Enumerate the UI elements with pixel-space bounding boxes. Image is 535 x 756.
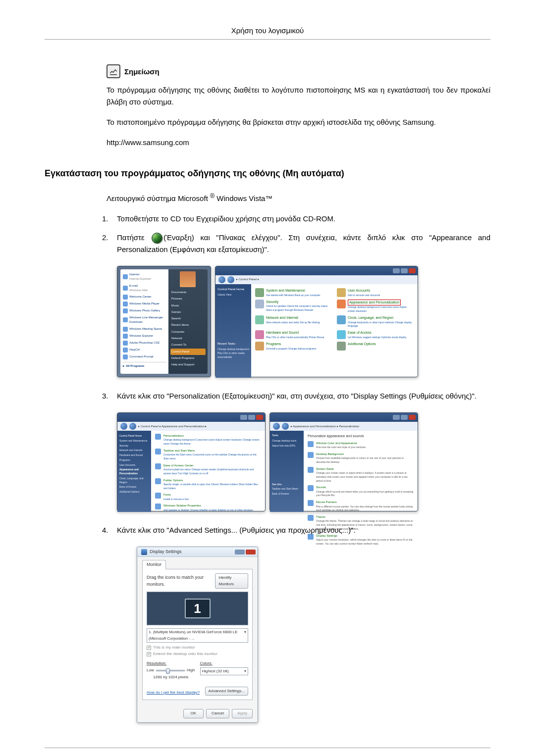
- back-icon[interactable]: [120, 423, 127, 430]
- close-button[interactable]: [409, 415, 416, 420]
- help-link[interactable]: How do I get the best display?: [147, 690, 200, 696]
- start-menu-right-item[interactable]: Music: [170, 302, 206, 309]
- start-menu-item[interactable]: E-mailWindows Mail: [122, 283, 166, 294]
- back-icon[interactable]: [273, 423, 280, 430]
- address-bar[interactable]: ▸ Control Panel ▸ Appearance and Persona…: [117, 422, 265, 431]
- cp-category[interactable]: Hardware and SoundPlay CDs or other medi…: [255, 330, 332, 340]
- start-menu-item[interactable]: InternetInternet Explorer: [122, 271, 166, 283]
- task-link[interactable]: Adjust font size (DPI): [272, 444, 302, 449]
- start-menu-right-item[interactable]: Computer: [170, 329, 206, 335]
- user-avatar: [180, 271, 196, 287]
- cp-category[interactable]: SecurityCheck for updates Check this com…: [255, 300, 332, 313]
- pers-category[interactable]: PersonalizationChange desktop background…: [155, 434, 261, 446]
- pers-category[interactable]: Taskbar and Start MenuCustomize the Star…: [155, 449, 261, 461]
- start-menu-item[interactable]: Windows Media Player: [122, 301, 166, 307]
- monitor-select[interactable]: 1. (Multiple Monitors) on NVIDIA GeForce…: [147, 628, 248, 643]
- maximize-button[interactable]: [248, 415, 255, 420]
- minimize-button[interactable]: [393, 415, 400, 420]
- start-menu-item[interactable]: Windows Meeting Space: [122, 326, 166, 333]
- cp-category[interactable]: Clock, Language, and RegionChange keyboa…: [337, 315, 414, 328]
- start-menu-item[interactable]: Adobe Photoshop CS2: [122, 340, 166, 347]
- address-bar[interactable]: ▸ Control Panel ▸: [215, 275, 418, 284]
- sidebar-link[interactable]: Additional Options: [119, 490, 149, 495]
- cp-category[interactable]: Ease of AccessLet Windows suggest settin…: [337, 330, 414, 340]
- start-menu-right-item[interactable]: Games: [170, 309, 206, 315]
- forward-icon[interactable]: [129, 423, 136, 430]
- sidebar-link[interactable]: Security: [119, 444, 149, 449]
- task-link[interactable]: Change desktop icons: [272, 439, 302, 444]
- ok-button[interactable]: OK: [183, 709, 204, 718]
- sidebar-link[interactable]: User Accounts: [119, 463, 149, 468]
- pers-category[interactable]: FontsInstall or remove a font: [155, 493, 261, 501]
- sidebar-link[interactable]: System and Maintenance: [119, 439, 149, 444]
- colors-select[interactable]: Highest (32 bit): [200, 667, 249, 675]
- forward-icon[interactable]: [227, 276, 234, 283]
- see-also-link[interactable]: Taskbar and Start Menu: [272, 487, 302, 492]
- cp-category[interactable]: User AccountsAdd or remove user accounts: [337, 288, 414, 298]
- address-bar[interactable]: ▸ Appearance and Personalization ▸ Perso…: [270, 422, 418, 431]
- sidebar-link[interactable]: Clock, Language, and Region: [119, 476, 149, 485]
- minimize-button[interactable]: [393, 268, 400, 273]
- start-menu-right-item[interactable]: Pictures: [170, 296, 206, 302]
- start-menu-right-item[interactable]: Search: [170, 315, 206, 322]
- sidebar-link[interactable]: Control Panel Home: [119, 434, 149, 439]
- all-programs[interactable]: ▸All Programs: [122, 362, 166, 369]
- maximize-button[interactable]: [401, 268, 408, 273]
- start-menu-right-item[interactable]: Network: [170, 335, 206, 342]
- monitor-icon[interactable]: 1: [185, 599, 211, 618]
- apply-button[interactable]: Apply: [232, 709, 253, 718]
- cp-category[interactable]: ProgramsUninstall a program Change start…: [255, 342, 332, 351]
- cp-category[interactable]: Network and InternetView network status …: [255, 315, 332, 328]
- identify-monitors-button[interactable]: Identify Monitors: [215, 573, 248, 589]
- cp-category[interactable]: Appearance and PersonalizationChange des…: [337, 300, 414, 313]
- start-menu-right-item[interactable]: Connect To: [170, 342, 206, 348]
- pers-category[interactable]: Folder OptionsSpecify single- or double-…: [155, 478, 261, 491]
- advanced-settings-button[interactable]: Advanced Settings...: [205, 687, 248, 696]
- classic-view-link[interactable]: Classic View: [217, 293, 249, 297]
- resolution-slider[interactable]: Low High: [147, 667, 195, 673]
- start-menu-right-item[interactable]: Recent Items: [170, 322, 206, 328]
- start-menu-right-item[interactable]: Default Programs: [170, 355, 206, 361]
- personalize-item[interactable]: SoundsChange which sounds are heard when…: [308, 485, 414, 498]
- monitor-tab[interactable]: Monitor: [142, 560, 166, 569]
- category-icon: [337, 300, 346, 308]
- recent-task-link[interactable]: Change desktop background: [217, 348, 249, 352]
- start-menu-right-item[interactable]: Help and Support: [170, 361, 206, 368]
- start-menu-right-item[interactable]: Documents: [170, 289, 206, 296]
- sidebar-link[interactable]: Network and Internet: [119, 448, 149, 453]
- sidebar-link[interactable]: Programs: [119, 458, 149, 463]
- slider-thumb[interactable]: [166, 668, 170, 674]
- start-menu-item[interactable]: Windows Live Messenger Download: [122, 314, 166, 326]
- category-icon: [155, 504, 161, 509]
- personalize-item[interactable]: Window Color and AppearanceFine tune the…: [308, 441, 414, 450]
- personalize-item[interactable]: Mouse PointersPick a different mouse poi…: [308, 500, 414, 512]
- start-menu-item[interactable]: Welcome Center: [122, 294, 166, 301]
- minimize-button[interactable]: [235, 550, 245, 554]
- cancel-button[interactable]: Cancel: [206, 709, 229, 718]
- start-menu-item[interactable]: Command Prompt: [122, 353, 166, 360]
- sidebar-link[interactable]: Ease of Access: [119, 485, 149, 490]
- see-also-link[interactable]: Ease of Access: [272, 492, 302, 497]
- sidebar-link[interactable]: Hardware and Sound: [119, 453, 149, 458]
- pers-category[interactable]: Windows Sidebar PropertiesAdd gadgets to…: [155, 504, 261, 512]
- close-button[interactable]: [409, 268, 416, 273]
- recent-task-link[interactable]: Play CDs or other media automatically: [217, 352, 249, 359]
- cp-category[interactable]: System and MaintenanceGet started with W…: [255, 288, 332, 298]
- cp-category[interactable]: Additional Options: [337, 342, 414, 351]
- personalize-item[interactable]: Screen SaverChange your screen saver or …: [308, 467, 414, 483]
- maximize-button[interactable]: [401, 415, 408, 420]
- start-menu-item[interactable]: HwpCtrl: [122, 347, 166, 353]
- drag-label: Drag the icons to match your monitors.: [147, 574, 215, 588]
- minimize-button[interactable]: [240, 415, 247, 420]
- start-menu-item[interactable]: Windows Photo Gallery: [122, 307, 166, 314]
- sidebar-link[interactable]: Appearance and Personalization: [119, 467, 149, 476]
- back-icon[interactable]: [218, 276, 225, 283]
- forward-icon[interactable]: [282, 423, 289, 430]
- start-menu-item[interactable]: Windows Explorer: [122, 333, 166, 340]
- close-button[interactable]: [246, 550, 256, 554]
- pers-category[interactable]: Ease of Access CenterAccommodate low vis…: [155, 463, 261, 476]
- step-1-text: Τοποθετήστε το CD του Εγχειρίδιου χρήσης…: [117, 213, 490, 224]
- start-menu-right-item[interactable]: Control Panel: [170, 349, 206, 355]
- close-button[interactable]: [256, 415, 263, 420]
- personalize-item[interactable]: Desktop BackgroundChoose from available …: [308, 452, 414, 464]
